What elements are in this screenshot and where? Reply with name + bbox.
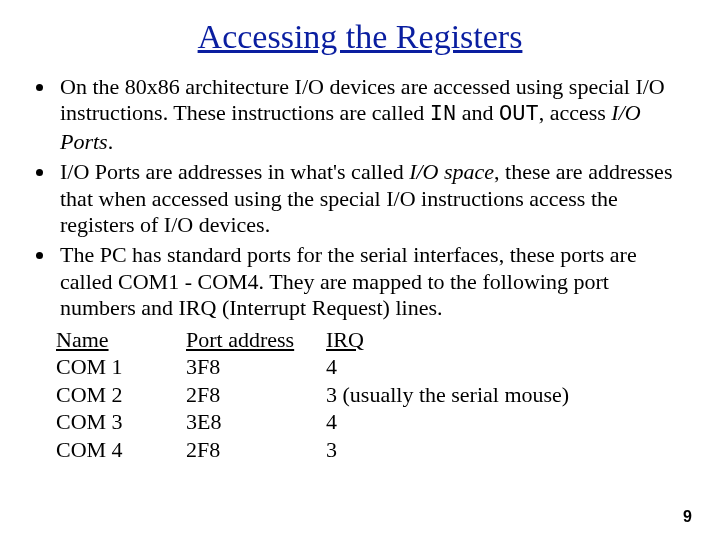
- port-table: Name Port address IRQ COM 1 3F8 4 COM 2 …: [30, 326, 690, 464]
- cell-irq: 3: [326, 436, 690, 464]
- table-row: COM 3 3E8 4: [56, 408, 690, 436]
- cell-irq: 4: [326, 408, 690, 436]
- slide: Accessing the Registers On the 80x86 arc…: [0, 0, 720, 540]
- table-row: COM 1 3F8 4: [56, 353, 690, 381]
- slide-title: Accessing the Registers: [30, 18, 690, 56]
- cell-irq: 4: [326, 353, 690, 381]
- bullet-2: I/O Ports are addresses in what's called…: [56, 159, 690, 238]
- bullet-3-text: The PC has standard ports for the serial…: [60, 242, 637, 320]
- bullet-1: On the 80x86 architecture I/O devices ar…: [56, 74, 690, 155]
- header-irq: IRQ: [326, 326, 690, 354]
- cell-port: 3F8: [186, 353, 326, 381]
- cell-name: COM 1: [56, 353, 186, 381]
- cell-name: COM 2: [56, 381, 186, 409]
- cell-port: 2F8: [186, 436, 326, 464]
- table-row: COM 2 2F8 3 (usually the serial mouse): [56, 381, 690, 409]
- page-number: 9: [683, 508, 692, 526]
- header-name: Name: [56, 326, 186, 354]
- bullet-2-text-a: I/O Ports are addresses in what's called: [60, 159, 409, 184]
- bullet-3: The PC has standard ports for the serial…: [56, 242, 690, 321]
- cell-name: COM 3: [56, 408, 186, 436]
- bullet-1-text-b: and: [456, 100, 499, 125]
- table-header-row: Name Port address IRQ: [56, 326, 690, 354]
- bullet-1-text-d: .: [108, 129, 114, 154]
- cell-name: COM 4: [56, 436, 186, 464]
- term-io-space: I/O space: [409, 159, 494, 184]
- cell-port: 2F8: [186, 381, 326, 409]
- code-in: IN: [430, 102, 456, 127]
- header-port-address: Port address: [186, 326, 326, 354]
- table-row: COM 4 2F8 3: [56, 436, 690, 464]
- code-out: OUT: [499, 102, 539, 127]
- bullet-list: On the 80x86 architecture I/O devices ar…: [30, 74, 690, 322]
- cell-port: 3E8: [186, 408, 326, 436]
- bullet-1-text-c: , access: [539, 100, 612, 125]
- cell-irq: 3 (usually the serial mouse): [326, 381, 690, 409]
